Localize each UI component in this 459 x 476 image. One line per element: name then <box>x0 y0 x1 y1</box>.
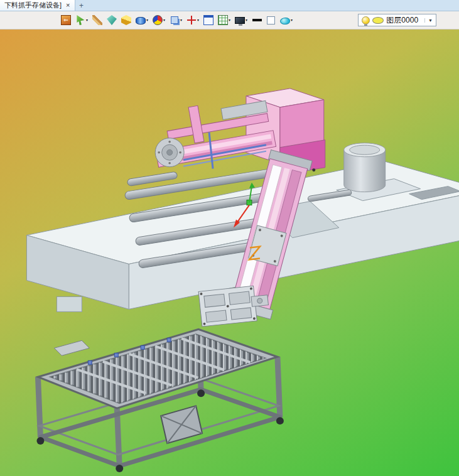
surface-blob-icon <box>280 18 290 24</box>
layer-color-swatch <box>372 17 384 24</box>
move-axis-button[interactable]: ▾ <box>186 14 200 26</box>
toolbar-icons: ▾▾▾▾▾▾▾▾ <box>0 14 293 26</box>
blank-swatch-icon <box>267 16 275 24</box>
exit-button[interactable] <box>60 14 72 26</box>
tab-bar: 下料抓手存储设备] × + <box>0 0 459 11</box>
solid-cube-button[interactable] <box>121 14 132 26</box>
sketch-pencil-icon <box>92 15 102 25</box>
part-gem-button[interactable] <box>106 14 117 26</box>
move-axis-icon <box>186 15 197 25</box>
storage-rack[interactable] <box>36 329 283 472</box>
copy-paste-icon <box>171 16 178 24</box>
view-window-button[interactable] <box>203 14 214 26</box>
tab-title: 下料抓手存储设备] <box>4 1 62 10</box>
sketch-pencil-button[interactable] <box>92 14 103 26</box>
display-monitor-icon <box>235 17 245 24</box>
line-width-icon <box>252 15 262 25</box>
main-toolbar: ▾▾▾▾▾▾▾▾ 图层0000 ▼ <box>0 11 459 30</box>
grid-table-icon <box>218 15 228 25</box>
dropdown-caret-icon[interactable]: ▾ <box>146 18 148 22</box>
feature-cylinder-button[interactable]: ▾ <box>135 15 149 25</box>
layer-visibility-bulb-icon[interactable] <box>362 16 370 24</box>
close-icon[interactable]: × <box>66 2 70 9</box>
document-tab[interactable]: 下料抓手存储设备] × <box>0 0 75 11</box>
dropdown-caret-icon[interactable]: ▾ <box>246 18 247 22</box>
adapter-plate[interactable] <box>198 286 257 327</box>
feature-cylinder-icon <box>136 17 146 24</box>
select-arrow-button[interactable]: ▾ <box>75 14 89 26</box>
dropdown-caret-icon[interactable]: ▾ <box>197 18 199 22</box>
dropdown-caret-icon[interactable]: ▾ <box>163 18 165 22</box>
line-width-button[interactable] <box>251 14 262 26</box>
solid-cube-icon <box>121 15 131 25</box>
dropdown-caret-icon[interactable]: ▾ <box>229 18 230 22</box>
blank-swatch-button[interactable] <box>266 15 276 26</box>
part-gem-icon <box>107 15 117 25</box>
viewport[interactable] <box>0 30 459 476</box>
dropdown-caret-icon[interactable]: ▾ <box>86 18 88 22</box>
new-tab-button[interactable]: + <box>75 0 88 11</box>
layer-selector[interactable]: 图层0000 ▼ <box>358 14 436 26</box>
3d-model-canvas[interactable] <box>0 30 459 476</box>
cylinder-tank[interactable] <box>344 143 386 192</box>
layer-name: 图层0000 <box>386 15 418 26</box>
copy-paste-button[interactable]: ▾ <box>169 14 183 26</box>
side-block[interactable] <box>251 295 268 307</box>
grid-table-button[interactable]: ▾ <box>217 14 231 26</box>
color-wheel-icon <box>153 15 163 25</box>
color-wheel-button[interactable]: ▾ <box>152 14 166 26</box>
select-arrow-icon <box>75 15 85 25</box>
view-window-icon <box>203 15 213 25</box>
dropdown-caret-icon[interactable]: ▾ <box>180 18 182 22</box>
display-monitor-button[interactable]: ▾ <box>234 16 248 24</box>
exit-icon <box>61 15 71 25</box>
dropdown-caret-icon[interactable]: ▾ <box>291 18 293 22</box>
layer-dropdown-arrow-icon[interactable]: ▼ <box>424 18 433 23</box>
surface-blob-button[interactable]: ▾ <box>279 16 293 25</box>
